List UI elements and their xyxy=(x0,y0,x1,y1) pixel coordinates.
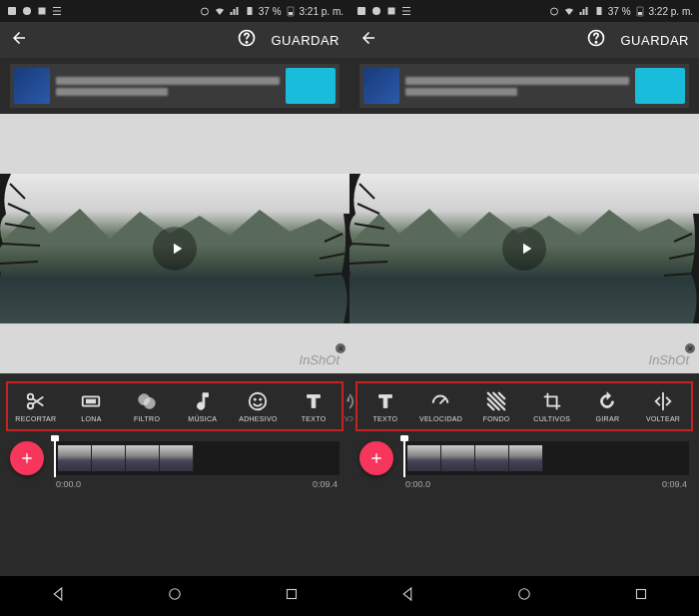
notif-icon xyxy=(355,5,367,17)
tool-label: CULTIVOS xyxy=(533,415,570,422)
nav-back[interactable] xyxy=(398,585,416,607)
tool-label: TEXTO xyxy=(302,415,327,422)
battery-text: 37 % xyxy=(608,6,631,17)
ad-thumbnail xyxy=(363,68,399,104)
svg-rect-26 xyxy=(638,12,642,15)
screen-left: 37 % 3:21 p. m. GUARDAR InShOt ✕ xyxy=(0,0,350,616)
notif-icon xyxy=(36,5,48,17)
play-button[interactable] xyxy=(153,227,197,271)
screen-right: 37 % 3:22 p. m. GUARDAR InShOt ✕ xyxy=(350,0,699,616)
ad-banner[interactable] xyxy=(359,64,689,108)
tool-label: GIRAR xyxy=(596,415,620,422)
svg-point-28 xyxy=(596,42,597,43)
tool-peek-prev[interactable]: SIVO xyxy=(350,390,359,422)
nav-back[interactable] xyxy=(49,585,67,607)
status-bar: 37 % 3:22 p. m. xyxy=(350,0,699,22)
playhead[interactable] xyxy=(54,439,56,477)
svg-point-14 xyxy=(144,397,155,408)
time-start: 0:00.0 xyxy=(405,479,430,489)
canvas-icon xyxy=(80,390,102,412)
edit-toolbar: RECORTAR LONA FILTRO MÚSICA ADHESIVO TEX… xyxy=(6,381,344,431)
video-preview: InShOt ✕ xyxy=(0,114,350,373)
back-button[interactable] xyxy=(359,29,377,51)
svg-point-8 xyxy=(247,42,248,43)
ad-cta-button[interactable] xyxy=(635,68,685,104)
time-end: 0:09.4 xyxy=(313,479,338,489)
music-icon xyxy=(192,390,214,412)
notif-icon xyxy=(51,5,63,17)
tool-label: VOLTEAR xyxy=(646,415,680,422)
tool-cultivos[interactable]: CULTIVOS xyxy=(530,390,574,422)
clock-text: 3:21 p. m. xyxy=(300,6,344,17)
alarm-icon xyxy=(548,5,560,17)
video-preview: InShOt ✕ xyxy=(350,114,699,373)
svg-rect-0 xyxy=(8,7,16,15)
tool-velocidad[interactable]: VELOCIDAD xyxy=(418,390,462,422)
tool-label: RECORTAR xyxy=(15,415,56,422)
tool-adhesivo[interactable]: ADHESIVO xyxy=(236,390,280,422)
tool-voltear[interactable]: VOLTEAR xyxy=(641,390,685,422)
nav-home[interactable] xyxy=(166,585,184,607)
filter-icon xyxy=(136,390,158,412)
save-button[interactable]: GUARDAR xyxy=(620,33,689,48)
tool-texto[interactable]: TEXTO xyxy=(292,390,336,422)
help-icon[interactable] xyxy=(237,28,257,52)
ad-cta-button[interactable] xyxy=(286,68,336,104)
tool-label: SIVO xyxy=(350,415,353,422)
rotate-icon xyxy=(596,390,618,412)
notif-icon xyxy=(370,5,382,17)
tool-lona[interactable]: LONA xyxy=(69,390,113,422)
notif-icon xyxy=(385,5,397,17)
add-clip-button[interactable] xyxy=(10,441,44,475)
svg-rect-2 xyxy=(39,8,46,15)
android-navbar xyxy=(350,576,699,616)
scissors-icon xyxy=(25,390,47,412)
android-navbar xyxy=(0,576,350,616)
svg-point-15 xyxy=(250,393,267,410)
save-button[interactable]: GUARDAR xyxy=(271,33,340,48)
watermark[interactable]: InShOt xyxy=(649,352,689,367)
nav-home[interactable] xyxy=(515,585,533,607)
watermark-remove-icon[interactable]: ✕ xyxy=(685,343,695,353)
watermark[interactable]: InShOt xyxy=(300,352,340,367)
tool-label: VELOCIDAD xyxy=(419,415,462,422)
back-button[interactable] xyxy=(10,29,28,51)
svg-point-10 xyxy=(28,403,34,409)
ad-text xyxy=(405,74,629,99)
add-clip-button[interactable] xyxy=(359,441,393,475)
svg-point-30 xyxy=(519,589,530,600)
sim-icon xyxy=(244,5,256,17)
svg-rect-22 xyxy=(388,8,395,15)
tool-musica[interactable]: MÚSICA xyxy=(181,390,225,422)
timeline-track[interactable] xyxy=(54,441,340,475)
tool-fondo[interactable]: FONDO xyxy=(474,390,518,422)
nav-recent[interactable] xyxy=(283,585,301,607)
help-icon[interactable] xyxy=(586,28,606,52)
tool-girar[interactable]: GIRAR xyxy=(585,390,629,422)
tool-filtro[interactable]: FILTRO xyxy=(125,390,169,422)
tool-recortar[interactable]: RECORTAR xyxy=(14,390,58,422)
battery-icon xyxy=(285,5,297,17)
nav-recent[interactable] xyxy=(632,585,650,607)
signal-icon xyxy=(578,5,590,17)
svg-rect-4 xyxy=(247,7,252,15)
notif-icon xyxy=(6,5,18,17)
tool-label: TEXTO xyxy=(372,415,397,422)
tool-texto[interactable]: TEXTO xyxy=(363,390,407,422)
watermark-remove-icon[interactable]: ✕ xyxy=(336,343,346,353)
tool-peek-next[interactable]: VELO xyxy=(340,390,350,422)
svg-point-3 xyxy=(201,8,208,15)
tool-label: LONA xyxy=(81,415,101,422)
app-topbar: GUARDAR xyxy=(350,22,699,58)
tool-label: FONDO xyxy=(483,415,510,422)
notif-icon xyxy=(400,5,412,17)
ad-banner[interactable] xyxy=(10,64,340,108)
time-end: 0:09.4 xyxy=(662,479,687,489)
timeline-track[interactable] xyxy=(403,441,689,475)
playhead[interactable] xyxy=(403,439,405,477)
status-bar: 37 % 3:21 p. m. xyxy=(0,0,350,22)
play-button[interactable] xyxy=(502,227,546,271)
svg-point-18 xyxy=(170,589,181,600)
tool-label: MÚSICA xyxy=(188,415,217,422)
wifi-icon xyxy=(563,5,575,17)
